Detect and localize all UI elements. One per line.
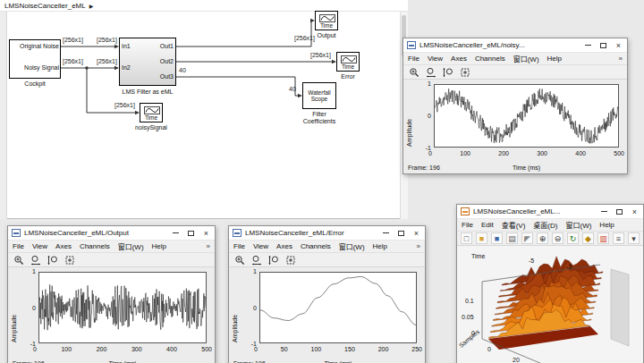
tick-label: 500: [614, 150, 624, 156]
zoom-in-icon[interactable]: [12, 254, 25, 266]
maximize-button[interactable]: [612, 206, 627, 218]
menu-view[interactable]: View: [32, 242, 47, 250]
samples-tick: 20: [513, 357, 520, 363]
legend-icon[interactable]: ≡: [613, 232, 624, 244]
titlebar[interactable]: LMSNoiseCanceller_eML... ×: [457, 205, 643, 219]
scope-window-error: LMSNoiseCanceller_eML/Error × File View …: [228, 225, 426, 363]
close-button[interactable]: ×: [627, 206, 642, 218]
colorbar-icon[interactable]: ▥: [597, 232, 609, 244]
menu-view[interactable]: 查看(V): [502, 220, 526, 230]
scope-caption-noisysignal: noisySignal: [131, 124, 172, 131]
minimize-icon: [601, 211, 607, 212]
scope-block-output[interactable]: Time: [315, 11, 338, 30]
menu-overflow-icon[interactable]: »: [207, 242, 210, 250]
menu-file[interactable]: File: [13, 242, 24, 250]
minimize-button[interactable]: [580, 39, 596, 52]
autoscale-icon[interactable]: [458, 66, 471, 78]
menu-help[interactable]: Help: [152, 242, 166, 250]
zoom-in-icon[interactable]: [407, 66, 420, 78]
tick-label: 1: [32, 268, 36, 274]
menu-window[interactable]: 窗口(W): [513, 54, 539, 63]
menu-channels[interactable]: Channels: [301, 242, 331, 250]
autoscale-icon[interactable]: [63, 254, 76, 266]
zoom-x-icon[interactable]: [250, 254, 263, 266]
minimize-button[interactable]: [378, 227, 394, 240]
lms-out1-label: Out1: [143, 43, 174, 50]
menu-window[interactable]: 窗口(W): [565, 220, 591, 230]
menu-file[interactable]: File: [462, 221, 473, 229]
waterfall-scope-block[interactable]: Waterfall Scope: [302, 82, 336, 109]
zoom-in-icon[interactable]: [233, 254, 246, 266]
menu-axes[interactable]: Axes: [276, 242, 292, 250]
menu-desktop[interactable]: 桌面(D): [533, 220, 557, 230]
x-axis-ticks: 050100150200250: [254, 346, 422, 352]
menu-help[interactable]: Help: [599, 221, 614, 229]
breadcrumb-model-name[interactable]: LMSNoiseCanceller_eML: [4, 2, 86, 10]
menu-view[interactable]: View: [253, 242, 268, 250]
menu-axes[interactable]: Axes: [55, 242, 72, 250]
y-axis-label: Amplitude: [11, 273, 17, 342]
save-icon[interactable]: ■: [491, 232, 503, 244]
autoscale-icon[interactable]: [284, 254, 297, 266]
breadcrumb[interactable]: LMSNoiseCanceller_eML ▶: [0, 0, 408, 12]
titlebar[interactable]: LMSNoiseCanceller_eML/Output ×: [8, 226, 215, 241]
scope-block-noisysignal[interactable]: Time: [140, 103, 163, 122]
close-button[interactable]: ×: [409, 227, 424, 240]
maximize-button[interactable]: [183, 227, 199, 240]
titlebar[interactable]: LMSNoiseCanceller_eML/noisy... ×: [403, 38, 627, 53]
print-icon[interactable]: ▤: [506, 232, 518, 244]
y-axis-ticks: 10-1: [244, 268, 257, 347]
tick-label: 0: [33, 346, 37, 352]
cockpit-port-original-noise: Original Noise: [9, 43, 59, 50]
maximize-icon: [600, 43, 606, 48]
minimize-button[interactable]: [168, 227, 183, 240]
dock-figure-icon[interactable]: ▾: [628, 232, 640, 244]
menu-file[interactable]: File: [233, 242, 245, 250]
zoom-in-icon[interactable]: ⊕: [537, 232, 548, 244]
menu-view[interactable]: View: [428, 55, 443, 63]
close-button[interactable]: ×: [199, 227, 214, 240]
zoom-y-icon[interactable]: [441, 66, 454, 78]
menu-help[interactable]: Help: [373, 242, 387, 250]
menu-window[interactable]: 窗口(W): [118, 241, 144, 251]
menu-help[interactable]: Help: [547, 55, 562, 63]
menu-overflow-icon[interactable]: »: [417, 242, 420, 250]
maximize-button[interactable]: [596, 39, 611, 52]
zoom-x-icon[interactable]: [424, 66, 437, 78]
tick-label: 100: [311, 346, 322, 352]
samples-tick: 0: [487, 346, 491, 352]
maximize-icon: [188, 231, 194, 236]
palette-strip: [0, 12, 7, 219]
zoom-y-icon[interactable]: [267, 254, 280, 266]
waterfall-figure[interactable]: Time -5 -3 0.1 0.05 0 Samples 0 20: [457, 246, 643, 363]
scope-block-error[interactable]: Time: [336, 52, 360, 72]
titlebar[interactable]: LMSNoiseCanceller_eML/Error ×: [229, 226, 425, 241]
x-axis-label: Time (ms): [434, 165, 619, 171]
plot-area[interactable]: [434, 84, 619, 148]
menu-window[interactable]: 窗口(W): [339, 241, 365, 251]
plot-area[interactable]: [259, 272, 417, 343]
maximize-button[interactable]: [394, 227, 409, 240]
new-figure-icon[interactable]: □: [461, 232, 472, 244]
menu-overflow-icon[interactable]: »: [619, 55, 623, 63]
plot-area[interactable]: [38, 272, 207, 343]
signal-dim-label: [256x1]: [294, 35, 315, 41]
zoom-x-icon[interactable]: [29, 254, 42, 266]
menu-channels[interactable]: Channels: [80, 242, 110, 250]
close-button[interactable]: ×: [611, 39, 626, 52]
menu-axes[interactable]: Axes: [451, 55, 467, 63]
open-file-icon[interactable]: ■: [476, 232, 487, 244]
zoom-y-icon[interactable]: [46, 254, 59, 266]
minimize-button[interactable]: [597, 206, 612, 218]
signal-width-label: 40: [289, 86, 296, 92]
data-cursor-icon[interactable]: ◆: [582, 232, 594, 244]
signal-width-label: 40: [179, 67, 186, 73]
menu-edit[interactable]: Edit: [481, 221, 494, 229]
scope-waveform-icon: [144, 106, 160, 114]
waterfall-caption: Filter Coefficients: [296, 111, 343, 125]
edit-plot-icon[interactable]: ◤: [521, 232, 533, 244]
zoom-out-icon[interactable]: ⊖: [552, 232, 564, 244]
menu-channels[interactable]: Channels: [475, 55, 505, 63]
menu-file[interactable]: File: [408, 55, 419, 63]
rotate-3d-icon[interactable]: ↻: [567, 232, 579, 244]
